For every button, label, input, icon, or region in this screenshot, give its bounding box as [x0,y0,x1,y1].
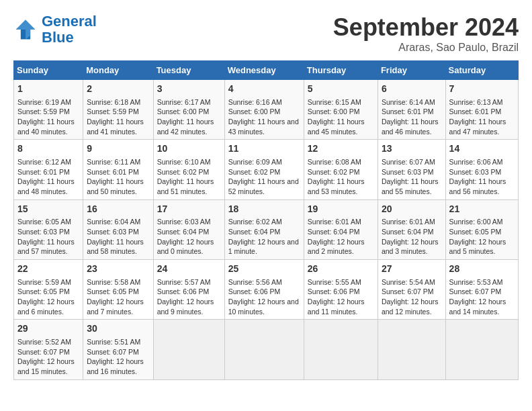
calendar-cell [378,320,445,379]
day-info: Sunrise: 6:01 AM Sunset: 6:04 PM Dayligh… [308,217,374,257]
day-number: 25 [228,263,300,276]
day-info: Sunrise: 6:14 AM Sunset: 6:01 PM Dayligh… [382,97,442,137]
calendar-cell [153,320,224,379]
weekday-header: Tuesday [153,61,224,80]
day-number: 30 [87,322,149,336]
calendar-cell: 19Sunrise: 6:01 AM Sunset: 6:04 PM Dayli… [304,199,378,259]
calendar-cell: 14Sunrise: 6:06 AM Sunset: 6:03 PM Dayli… [445,140,518,199]
day-number: 4 [228,83,300,96]
day-info: Sunrise: 5:54 AM Sunset: 6:07 PM Dayligh… [382,277,442,317]
day-info: Sunrise: 6:18 AM Sunset: 5:59 PM Dayligh… [87,97,149,137]
calendar-cell: 12Sunrise: 6:08 AM Sunset: 6:02 PM Dayli… [304,140,378,199]
calendar-cell: 9Sunrise: 6:11 AM Sunset: 6:01 PM Daylig… [83,140,153,199]
calendar-cell: 3Sunrise: 6:17 AM Sunset: 6:00 PM Daylig… [153,80,224,140]
weekday-header: Thursday [304,61,378,80]
calendar-cell: 30Sunrise: 5:51 AM Sunset: 6:07 PM Dayli… [83,320,153,379]
day-info: Sunrise: 6:12 AM Sunset: 6:01 PM Dayligh… [17,157,79,197]
day-info: Sunrise: 6:11 AM Sunset: 6:01 PM Dayligh… [87,157,149,197]
calendar-subtitle: Araras, Sao Paulo, Brazil [333,42,519,54]
calendar-cell: 8Sunrise: 6:12 AM Sunset: 6:01 PM Daylig… [14,140,83,199]
weekday-header: Friday [378,61,445,80]
day-number: 23 [87,263,149,276]
page-header: General Blue September 2024 Araras, Sao … [13,13,519,54]
day-info: Sunrise: 5:59 AM Sunset: 6:05 PM Dayligh… [17,277,79,317]
day-info: Sunrise: 6:09 AM Sunset: 6:02 PM Dayligh… [228,157,300,197]
day-number: 7 [449,83,515,96]
day-number: 15 [17,203,79,216]
calendar-cell: 24Sunrise: 5:57 AM Sunset: 6:06 PM Dayli… [153,260,224,320]
calendar-cell [445,320,518,379]
day-number: 16 [87,203,149,216]
calendar-cell: 6Sunrise: 6:14 AM Sunset: 6:01 PM Daylig… [378,80,445,140]
day-info: Sunrise: 5:52 AM Sunset: 6:07 PM Dayligh… [17,337,79,377]
calendar-cell: 20Sunrise: 6:01 AM Sunset: 6:04 PM Dayli… [378,199,445,259]
day-info: Sunrise: 5:57 AM Sunset: 6:06 PM Dayligh… [157,277,221,317]
title-block: September 2024 Araras, Sao Paulo, Brazil [333,13,519,54]
day-number: 14 [449,142,515,156]
day-number: 1 [17,83,79,96]
day-number: 5 [308,83,374,96]
calendar-cell: 15Sunrise: 6:05 AM Sunset: 6:03 PM Dayli… [14,199,83,259]
day-info: Sunrise: 6:10 AM Sunset: 6:02 PM Dayligh… [157,157,221,197]
day-info: Sunrise: 6:13 AM Sunset: 6:01 PM Dayligh… [449,97,515,137]
day-info: Sunrise: 6:01 AM Sunset: 6:04 PM Dayligh… [382,217,442,257]
day-number: 20 [382,203,442,216]
calendar-cell: 27Sunrise: 5:54 AM Sunset: 6:07 PM Dayli… [378,260,445,320]
day-number: 27 [382,263,442,276]
calendar-cell: 21Sunrise: 6:00 AM Sunset: 6:05 PM Dayli… [445,199,518,259]
day-info: Sunrise: 6:15 AM Sunset: 6:00 PM Dayligh… [308,97,374,137]
day-number: 17 [157,203,221,216]
day-number: 2 [87,83,149,96]
calendar-cell: 18Sunrise: 6:02 AM Sunset: 6:04 PM Dayli… [224,199,304,259]
calendar-cell: 23Sunrise: 5:58 AM Sunset: 6:05 PM Dayli… [83,260,153,320]
calendar-week-row: 15Sunrise: 6:05 AM Sunset: 6:03 PM Dayli… [14,199,519,259]
weekday-header: Saturday [445,61,518,80]
day-info: Sunrise: 5:56 AM Sunset: 6:06 PM Dayligh… [228,277,300,317]
calendar-cell: 5Sunrise: 6:15 AM Sunset: 6:00 PM Daylig… [304,80,378,140]
day-number: 22 [17,263,79,276]
day-info: Sunrise: 5:51 AM Sunset: 6:07 PM Dayligh… [87,337,149,377]
calendar-table: SundayMondayTuesdayWednesdayThursdayFrid… [13,60,519,380]
calendar-cell [304,320,378,379]
calendar-week-row: 1Sunrise: 6:19 AM Sunset: 5:59 PM Daylig… [14,80,519,140]
calendar-cell: 29Sunrise: 5:52 AM Sunset: 6:07 PM Dayli… [14,320,83,379]
day-number: 24 [157,263,221,276]
day-number: 11 [228,142,300,156]
day-number: 6 [382,83,442,96]
day-number: 28 [449,263,515,276]
day-info: Sunrise: 6:08 AM Sunset: 6:02 PM Dayligh… [308,157,374,197]
day-number: 10 [157,142,221,156]
day-number: 19 [308,203,374,216]
calendar-cell: 7Sunrise: 6:13 AM Sunset: 6:01 PM Daylig… [445,80,518,140]
weekday-header: Monday [83,61,153,80]
logo-line2: Blue [42,29,74,46]
day-info: Sunrise: 6:02 AM Sunset: 6:04 PM Dayligh… [228,217,300,257]
calendar-cell: 1Sunrise: 6:19 AM Sunset: 5:59 PM Daylig… [14,80,83,140]
day-info: Sunrise: 6:04 AM Sunset: 6:03 PM Dayligh… [87,217,149,257]
day-info: Sunrise: 6:00 AM Sunset: 6:05 PM Dayligh… [449,217,515,257]
day-info: Sunrise: 5:53 AM Sunset: 6:07 PM Dayligh… [449,277,515,317]
day-number: 9 [87,142,149,156]
day-number: 3 [157,83,221,96]
day-info: Sunrise: 6:16 AM Sunset: 6:00 PM Dayligh… [228,97,300,137]
calendar-cell [224,320,304,379]
calendar-cell: 16Sunrise: 6:04 AM Sunset: 6:03 PM Dayli… [83,199,153,259]
calendar-week-row: 29Sunrise: 5:52 AM Sunset: 6:07 PM Dayli… [14,320,519,379]
weekday-header: Sunday [14,61,83,80]
day-info: Sunrise: 6:05 AM Sunset: 6:03 PM Dayligh… [17,217,79,257]
day-number: 8 [17,142,79,156]
calendar-cell: 2Sunrise: 6:18 AM Sunset: 5:59 PM Daylig… [83,80,153,140]
calendar-cell: 22Sunrise: 5:59 AM Sunset: 6:05 PM Dayli… [14,260,83,320]
day-info: Sunrise: 6:17 AM Sunset: 6:00 PM Dayligh… [157,97,221,137]
calendar-cell: 26Sunrise: 5:55 AM Sunset: 6:06 PM Dayli… [304,260,378,320]
day-number: 12 [308,142,374,156]
day-info: Sunrise: 6:19 AM Sunset: 5:59 PM Dayligh… [17,97,79,137]
calendar-cell: 10Sunrise: 6:10 AM Sunset: 6:02 PM Dayli… [153,140,224,199]
calendar-cell: 17Sunrise: 6:03 AM Sunset: 6:04 PM Dayli… [153,199,224,259]
svg-marker-1 [16,20,36,40]
calendar-cell: 13Sunrise: 6:07 AM Sunset: 6:03 PM Dayli… [378,140,445,199]
calendar-cell: 28Sunrise: 5:53 AM Sunset: 6:07 PM Dayli… [445,260,518,320]
logo-text: General Blue [42,13,97,46]
calendar-cell: 11Sunrise: 6:09 AM Sunset: 6:02 PM Dayli… [224,140,304,199]
calendar-header-row: SundayMondayTuesdayWednesdayThursdayFrid… [14,61,519,80]
